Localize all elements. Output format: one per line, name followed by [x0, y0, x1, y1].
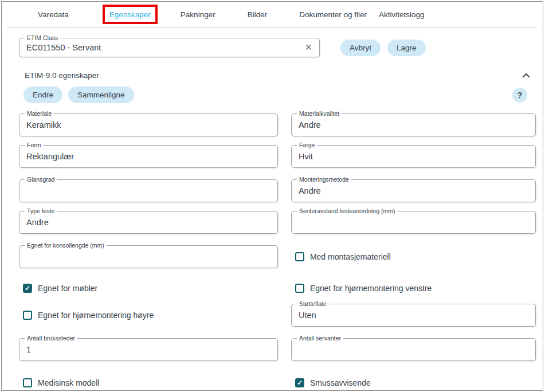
tab-bilder[interactable]: Bilder — [248, 10, 268, 19]
annotation-highlight-box: Egenskaper — [103, 5, 158, 24]
checkbox-label: Egnet for møbler — [38, 284, 97, 293]
endre-button[interactable]: Endre — [23, 87, 62, 103]
app-window: Varedata Egenskaper Pakninger Bilder Dok… — [1, 1, 543, 391]
field-monteringsmetode: Monteringsmetode — [291, 179, 536, 202]
checkbox-medisinsk-modell[interactable]: ✓ Medisinsk modell — [19, 378, 99, 387]
checkbox-icon: ✓ — [23, 284, 32, 293]
tab-varedata[interactable]: Varedata — [38, 10, 69, 19]
field-label: Glansgrad — [25, 176, 57, 183]
checkbox-icon: ✓ — [295, 378, 304, 387]
field-form: Form — [19, 145, 278, 168]
field-type-feste: Type feste — [19, 211, 278, 234]
checkbox-smussavvisende[interactable]: ✓ Smussavvisende — [291, 378, 371, 387]
field-label: Type feste — [25, 207, 57, 214]
clear-icon[interactable]: ✕ — [303, 43, 319, 52]
etim-class-row: ETIM Class ✕ Avbryt Lagre — [19, 38, 536, 57]
checkbox-label: Smussavvisende — [310, 378, 371, 387]
checkbox-icon: ✓ — [23, 311, 32, 320]
field-antall-servanter: Antall servanter — [291, 338, 536, 361]
senteravstand-input[interactable] — [292, 211, 535, 233]
form-input[interactable] — [19, 146, 277, 167]
field-label: Farge — [297, 142, 317, 148]
field-label: Form — [25, 142, 44, 148]
antall-brukssteder-input[interactable] — [19, 339, 277, 360]
field-label: Egnet for konsollengde (mm) — [25, 242, 107, 249]
etim-class-input[interactable] — [19, 38, 303, 57]
antall-servanter-input[interactable] — [292, 339, 535, 360]
monteringsmetode-input[interactable] — [292, 180, 535, 202]
checkbox-label: Egnet for hjørnemontering høyre — [38, 311, 154, 320]
checkbox-label: Egnet for hjørnemontering venstre — [310, 284, 432, 293]
field-materialkvalitet: Materialkvalitet — [291, 113, 536, 136]
checkbox-label: Med montasjemateriell — [310, 252, 391, 261]
lagre-button[interactable]: Lagre — [387, 40, 426, 56]
checkbox-egnet-for-mobler[interactable]: ✓ Egnet for møbler — [19, 284, 97, 293]
chevron-up-icon[interactable] — [522, 73, 530, 78]
field-label: Monteringsmetode — [297, 176, 351, 183]
checkbox-icon: ✓ — [295, 284, 304, 293]
tab-bar: Varedata Egenskaper Pakninger Bilder Dok… — [2, 2, 543, 27]
etim-class-field: ETIM Class ✕ — [19, 38, 320, 57]
help-button[interactable]: ? — [512, 88, 527, 103]
main-content: ETIM Class ✕ Avbryt Lagre ETIM-9.0 egens… — [2, 28, 543, 391]
field-label: Antall servanter — [297, 335, 343, 342]
glansgrad-input[interactable] — [19, 180, 277, 202]
tab-aktivitetslogg[interactable]: Aktivitetslogg — [379, 10, 425, 19]
field-senteravstand: Senteravstand festeanordning (mm) — [291, 211, 536, 234]
checkbox-icon: ✓ — [295, 252, 304, 261]
avbryt-button[interactable]: Avbryt — [340, 40, 381, 56]
checkbox-label: Medisinsk modell — [38, 378, 99, 387]
stotteflate-input[interactable] — [292, 304, 535, 326]
field-konsollengde: Egnet for konsollengde (mm) — [19, 245, 278, 268]
checkbox-hjornemontering-venstre[interactable]: ✓ Egnet for hjørnemontering venstre — [291, 284, 432, 293]
checkbox-icon: ✓ — [23, 378, 32, 387]
field-stotteflate: Støtteflate — [291, 304, 536, 327]
tab-dokumenter-og-filer[interactable]: Dokumenter og filer — [299, 10, 367, 19]
checkbox-med-montasjemateriell[interactable]: ✓ Med montasjemateriell — [291, 252, 391, 261]
tools-row: Endre Sammenligne ? — [19, 87, 536, 103]
sammenligne-button[interactable]: Sammenligne — [68, 87, 134, 103]
field-label: Materialkvalitet — [297, 110, 342, 117]
action-buttons: Avbryt Lagre — [340, 40, 426, 56]
field-materiale: Materiale — [19, 113, 278, 136]
etim-section-header: ETIM-9.0 egenskaper — [19, 71, 536, 80]
tab-egenskaper[interactable]: Egenskaper — [109, 10, 151, 19]
materialkvalitet-input[interactable] — [292, 114, 535, 136]
field-farge: Farge — [291, 145, 536, 168]
field-glansgrad: Glansgrad — [19, 179, 278, 202]
field-label: Støtteflate — [297, 300, 329, 307]
tab-pakninger[interactable]: Pakninger — [181, 10, 215, 19]
section-title: ETIM-9.0 egenskaper — [25, 71, 99, 80]
etim-properties-form: Materiale Materialkvalitet Form Farge — [19, 113, 536, 391]
checkbox-hjornemontering-hoyre[interactable]: ✓ Egnet for hjørnemontering høyre — [19, 311, 154, 320]
farge-input[interactable] — [292, 146, 535, 167]
field-label: Antall brukssteder — [25, 335, 77, 342]
type-feste-input[interactable] — [19, 211, 277, 233]
konsollengde-input[interactable] — [19, 246, 277, 268]
field-antall-brukssteder: Antall brukssteder — [19, 338, 278, 361]
etim-class-label: ETIM Class — [25, 34, 60, 41]
field-label: Materiale — [25, 110, 54, 117]
field-label: Senteravstand festeanordning (mm) — [297, 207, 398, 214]
materiale-input[interactable] — [19, 114, 277, 136]
